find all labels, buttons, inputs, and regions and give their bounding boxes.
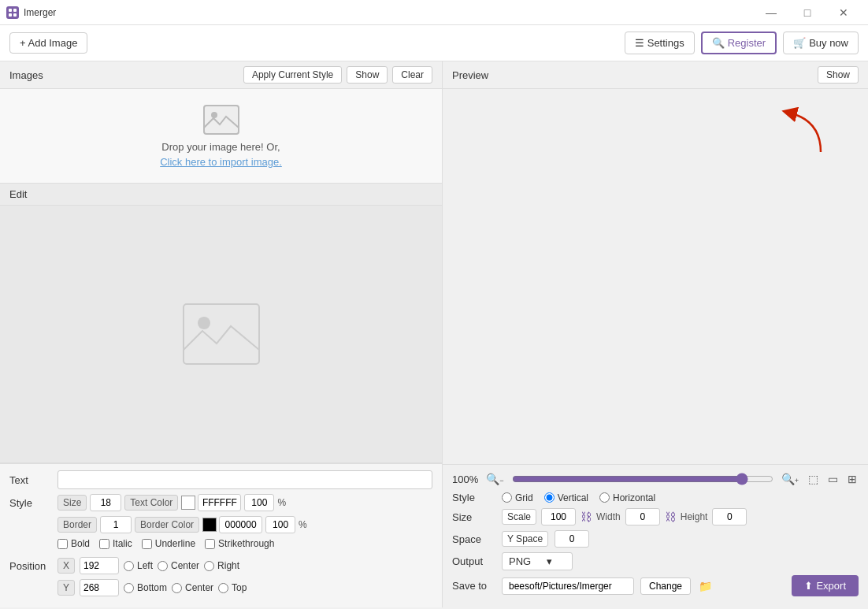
svg-rect-2 [9,13,12,17]
text-color-pct-label: % [277,497,286,508]
text-color-input[interactable] [198,494,241,511]
border-color-input[interactable] [219,516,262,533]
right-panel: Preview Show 100% [443,61,868,607]
minimize-button[interactable]: — [753,0,789,25]
underline-check[interactable] [142,539,152,549]
titlebar: Imerger — □ ✕ [0,0,868,25]
svg-rect-0 [9,9,12,12]
output-format-dropdown[interactable]: PNG ▾ [502,552,573,570]
zoom-out-icon[interactable]: 🔍− [484,471,505,487]
bottom-radio-label[interactable]: Bottom [124,582,167,593]
svg-point-7 [198,317,210,329]
zoom-slider[interactable] [512,473,773,485]
border-color-swatch[interactable] [202,518,217,532]
close-button[interactable]: ✕ [825,0,862,25]
buy-now-button[interactable]: 🛒 Buy now [783,32,859,54]
text-color-swatch[interactable] [181,496,195,510]
text-color-pct-input[interactable] [244,494,274,511]
border-color-box [202,516,262,533]
text-color-box [181,494,241,511]
size-controls: Scale ⛓ Width ⛓ Height [502,508,747,525]
left-radio-label[interactable]: Left [124,560,153,571]
text-input[interactable] [57,470,432,489]
center-bottom-radio-label[interactable]: Center [172,582,213,593]
add-image-button[interactable]: + Add Image [9,32,87,54]
horizontal-radio-label[interactable]: Horizontal [599,492,655,503]
grid-radio-label[interactable]: Grid [502,492,533,503]
horizontal-radio[interactable] [599,492,610,503]
height-label: Height [681,511,708,522]
images-buttons: Apply Current Style Show Clear [243,66,432,84]
underline-checkbox[interactable]: Underline [142,538,195,549]
save-path-input[interactable] [502,577,634,595]
register-icon: 🔍 [712,37,725,49]
vertical-radio-label[interactable]: Vertical [544,492,588,503]
top-radio[interactable] [218,583,228,593]
zoom-in-icon[interactable]: 🔍+ [780,471,800,487]
style-row: Style Size Text Color % [9,494,432,511]
border-row: Border Border Color % [9,516,432,533]
size-input[interactable] [90,494,121,511]
vertical-radio[interactable] [544,492,555,503]
strikethrough-checkbox[interactable]: Strikethrough [205,538,274,549]
height-input[interactable] [712,508,747,525]
settings-button[interactable]: ☰ Settings [625,32,695,54]
x-input[interactable] [80,557,119,574]
register-button[interactable]: 🔍 Register [701,32,777,54]
app-icon [6,6,19,19]
image-placeholder-icon [202,104,240,138]
y-input[interactable] [80,579,119,596]
svg-rect-6 [184,304,259,364]
cart-icon: 🛒 [793,37,806,49]
save-ctrl-row: Save to Change 📁 ⬆ Export [452,575,859,596]
edit-canvas [0,206,442,463]
fit-width-icon[interactable]: ⬚ [807,471,820,487]
preview-label: Preview [452,69,488,81]
link-icon-2: ⛓ [665,511,676,523]
border-color-label: Border Color [135,517,199,533]
top-radio-label[interactable]: Top [218,582,247,593]
right-radio-label[interactable]: Right [204,560,239,571]
position-label: Position [9,560,53,572]
titlebar-left: Imerger [6,6,56,19]
arrow-hint [773,105,836,160]
show-button[interactable]: Show [347,66,388,84]
apply-style-button[interactable]: Apply Current Style [243,66,342,84]
y-space-input[interactable] [555,530,589,548]
fit-height-icon[interactable]: ▭ [826,471,840,487]
import-link[interactable]: Click here to import image. [160,156,282,168]
scale-dropdown[interactable]: Scale [502,509,536,525]
center-top-radio[interactable] [158,561,168,571]
folder-icon[interactable]: 📁 [697,578,714,594]
strikethrough-check[interactable] [205,539,215,549]
clear-button[interactable]: Clear [392,66,432,84]
center-top-radio-label[interactable]: Center [158,560,199,571]
y-space-dropdown[interactable]: Y Space [502,531,548,547]
italic-check[interactable] [99,539,109,549]
maximize-button[interactable]: □ [789,0,825,25]
left-radio[interactable] [124,561,134,571]
bottom-radio[interactable] [124,583,134,593]
toolbar-right: ☰ Settings 🔍 Register 🛒 Buy now [625,32,859,54]
bold-checkbox[interactable]: Bold [57,538,90,549]
save-ctrl-label: Save to [452,580,495,592]
drop-area[interactable]: Drop your image here! Or, Click here to … [0,89,442,184]
actual-size-icon[interactable]: ⊞ [846,471,859,487]
preview-show-button[interactable]: Show [818,66,859,84]
grid-radio[interactable] [502,492,512,503]
images-label: Images [9,69,43,81]
change-path-button[interactable]: Change [640,577,691,595]
bold-check[interactable] [57,539,68,549]
export-button[interactable]: ⬆ Export [792,575,859,596]
italic-checkbox[interactable]: Italic [99,538,132,549]
width-input[interactable] [625,508,660,525]
border-color-pct-input[interactable] [265,516,295,533]
svg-rect-4 [204,106,239,134]
preview-canvas [443,89,868,464]
text-label: Text [9,474,53,486]
border-input[interactable] [100,516,132,533]
scale-input[interactable] [541,508,576,525]
center-bottom-radio[interactable] [172,583,182,593]
link-icon-1: ⛓ [581,511,592,523]
right-radio[interactable] [204,561,214,571]
